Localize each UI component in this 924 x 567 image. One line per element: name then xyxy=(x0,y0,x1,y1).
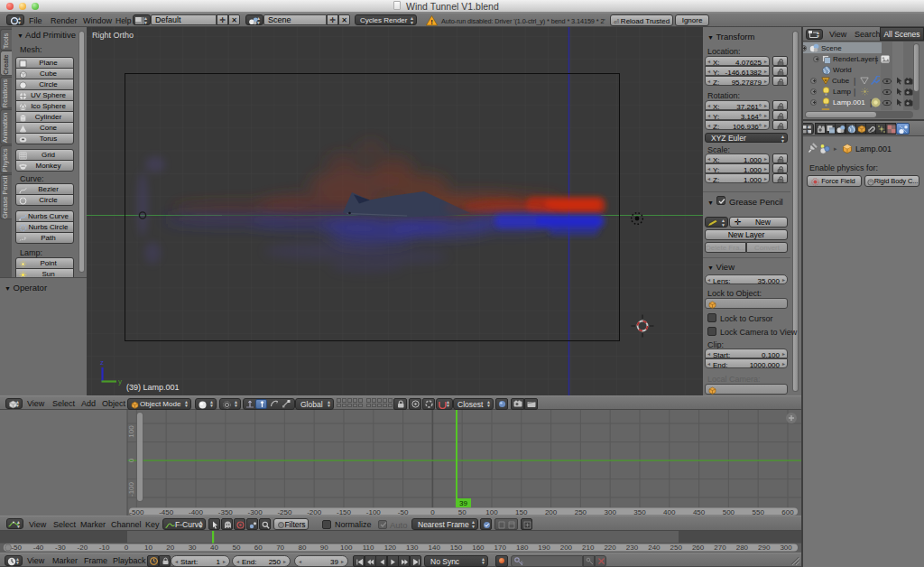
svg-text:50: 50 xyxy=(458,508,467,516)
svg-text:10: 10 xyxy=(144,544,152,552)
svg-text:-350: -350 xyxy=(218,508,234,516)
svg-text:270: 270 xyxy=(714,544,726,552)
svg-text:-500: -500 xyxy=(129,508,144,516)
svg-text:190: 190 xyxy=(538,544,550,552)
svg-text:210: 210 xyxy=(582,544,595,552)
svg-text:400: 400 xyxy=(663,508,676,516)
svg-text:50: 50 xyxy=(232,544,240,552)
svg-text:-50: -50 xyxy=(398,508,409,516)
svg-text:250: 250 xyxy=(575,508,587,516)
svg-text:180: 180 xyxy=(516,544,529,552)
svg-text:-100: -100 xyxy=(127,481,135,497)
svg-text:0: 0 xyxy=(430,508,435,516)
svg-text:z: z xyxy=(100,358,104,367)
svg-text:80: 80 xyxy=(299,544,307,552)
svg-text:-10: -10 xyxy=(99,544,110,552)
svg-text:160: 160 xyxy=(472,544,485,552)
svg-text:-30: -30 xyxy=(55,544,66,552)
svg-text:y: y xyxy=(118,377,122,386)
svg-text:600: 600 xyxy=(781,508,794,516)
svg-text:200: 200 xyxy=(560,544,573,552)
svg-text:-20: -20 xyxy=(78,544,88,552)
svg-text:550: 550 xyxy=(753,508,765,516)
svg-text:-200: -200 xyxy=(307,508,322,516)
svg-text:290: 290 xyxy=(758,544,771,552)
svg-text:-40: -40 xyxy=(33,544,44,552)
svg-text:40: 40 xyxy=(210,544,218,552)
svg-text:170: 170 xyxy=(494,544,507,552)
svg-text:-150: -150 xyxy=(337,508,352,516)
svg-text:200: 200 xyxy=(545,508,558,516)
svg-text:150: 150 xyxy=(515,508,528,516)
svg-text:280: 280 xyxy=(736,544,749,552)
svg-text:250: 250 xyxy=(670,544,683,552)
svg-text:-400: -400 xyxy=(189,508,204,516)
svg-text:120: 120 xyxy=(384,544,397,552)
svg-text:0: 0 xyxy=(127,458,135,462)
svg-text:-450: -450 xyxy=(159,508,174,516)
svg-text:-50: -50 xyxy=(11,544,22,552)
svg-text:240: 240 xyxy=(648,544,661,552)
svg-text:60: 60 xyxy=(254,544,263,552)
svg-text:450: 450 xyxy=(693,508,706,516)
svg-text:!: ! xyxy=(430,18,433,26)
svg-text:260: 260 xyxy=(692,544,705,552)
svg-text:500: 500 xyxy=(723,508,735,516)
svg-text:100: 100 xyxy=(127,425,135,438)
svg-text:39: 39 xyxy=(459,499,467,507)
svg-text:90: 90 xyxy=(320,544,328,552)
svg-text:-100: -100 xyxy=(366,508,382,516)
svg-text:350: 350 xyxy=(633,508,646,516)
svg-text:-300: -300 xyxy=(248,508,263,516)
svg-text:20: 20 xyxy=(166,544,174,552)
svg-text:300: 300 xyxy=(780,544,792,552)
svg-text:230: 230 xyxy=(626,544,639,552)
svg-text:150: 150 xyxy=(450,544,463,552)
svg-text:100: 100 xyxy=(485,508,498,516)
svg-text:140: 140 xyxy=(429,544,441,552)
svg-text:30: 30 xyxy=(189,544,197,552)
svg-text:0: 0 xyxy=(125,544,129,552)
svg-text:220: 220 xyxy=(604,544,616,552)
svg-text:110: 110 xyxy=(363,544,374,552)
svg-text:300: 300 xyxy=(605,508,617,516)
svg-text:70: 70 xyxy=(276,544,284,552)
svg-text:130: 130 xyxy=(406,544,419,552)
svg-text:100: 100 xyxy=(340,544,353,552)
svg-text:-250: -250 xyxy=(277,508,292,516)
